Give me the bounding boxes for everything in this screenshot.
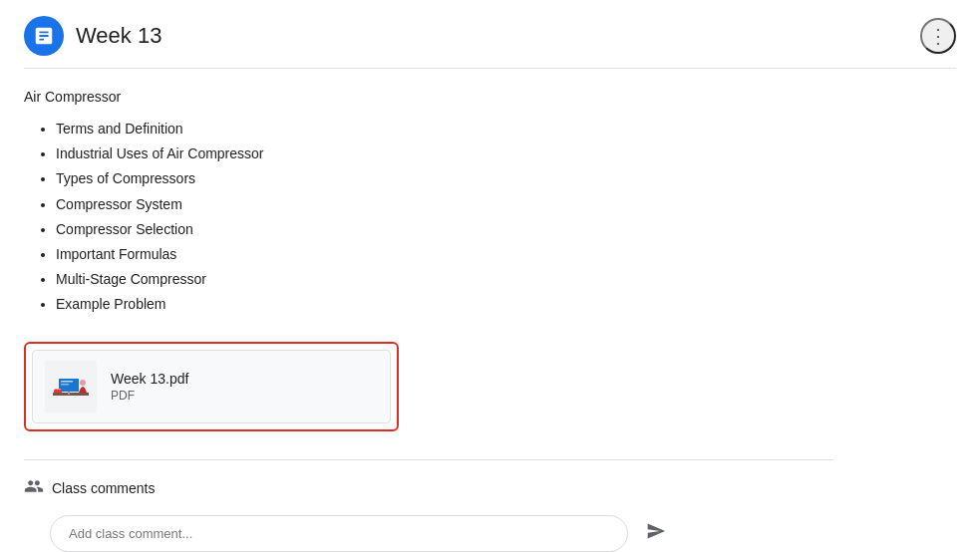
pdf-thumbnail bbox=[45, 361, 97, 413]
send-icon bbox=[646, 521, 666, 546]
class-comments-label: Class comments bbox=[52, 480, 155, 496]
svg-rect-8 bbox=[54, 390, 62, 393]
svg-rect-5 bbox=[61, 384, 69, 386]
class-comments-section: Class comments bbox=[24, 476, 833, 552]
app-icon bbox=[24, 16, 64, 56]
pdf-attachment-highlight: Week 13.pdf PDF bbox=[24, 342, 399, 431]
list-item: Types of Compressors bbox=[56, 166, 833, 191]
pdf-type: PDF bbox=[111, 389, 188, 403]
comment-input[interactable] bbox=[50, 515, 628, 552]
svg-point-7 bbox=[80, 380, 86, 386]
pdf-attachment[interactable]: Week 13.pdf PDF bbox=[32, 350, 391, 423]
list-item: Multi-Stage Compressor bbox=[56, 267, 833, 292]
list-item: Compressor System bbox=[56, 192, 833, 217]
section-title: Air Compressor bbox=[24, 89, 833, 105]
list-item: Compressor Selection bbox=[56, 217, 833, 242]
comment-input-row bbox=[50, 515, 833, 552]
svg-rect-9 bbox=[55, 389, 61, 390]
topic-list: Terms and Definition Industrial Uses of … bbox=[24, 117, 833, 318]
people-icon bbox=[24, 476, 44, 501]
pdf-filename: Week 13.pdf bbox=[111, 371, 188, 387]
svg-rect-4 bbox=[61, 381, 73, 383]
more-options-button[interactable]: ⋮ bbox=[920, 18, 956, 54]
comments-divider bbox=[24, 459, 833, 460]
list-item: Industrial Uses of Air Compressor bbox=[56, 141, 833, 166]
main-content: Air Compressor Terms and Definition Indu… bbox=[0, 69, 857, 552]
pdf-info: Week 13.pdf PDF bbox=[111, 371, 188, 403]
class-comments-header: Class comments bbox=[24, 476, 833, 501]
page-title: Week 13 bbox=[76, 23, 162, 49]
list-item: Important Formulas bbox=[56, 242, 833, 267]
svg-rect-1 bbox=[53, 393, 89, 396]
list-item: Terms and Definition bbox=[56, 117, 833, 141]
svg-rect-6 bbox=[68, 392, 70, 395]
list-item: Example Problem bbox=[56, 292, 833, 317]
send-comment-button[interactable] bbox=[638, 515, 674, 551]
